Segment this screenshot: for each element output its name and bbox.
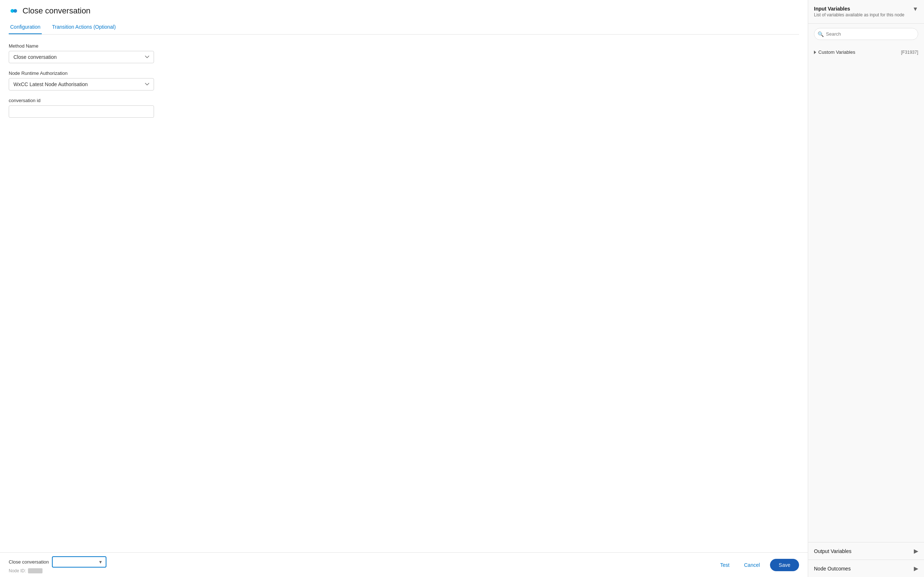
runtime-auth-label: Node Runtime Authorization [9, 71, 799, 76]
output-variables-row[interactable]: Output Variables ▶ [808, 543, 924, 560]
page-title: Close conversation [22, 6, 90, 16]
collapse-icon[interactable]: ▼ [913, 6, 918, 12]
tab-configuration[interactable]: Configuration [9, 20, 42, 34]
right-panel-header-text: Input Variables List of variables availa… [814, 6, 905, 18]
node-id-value [28, 568, 42, 573]
logo-icon [9, 6, 19, 16]
svg-point-1 [13, 9, 17, 13]
node-id-row: Node ID: [9, 568, 106, 573]
conversation-id-group: conversation id [9, 98, 799, 118]
bottom-dropdown-arrow-icon: ▼ [95, 559, 106, 565]
output-variables-label: Output Variables [814, 548, 852, 554]
method-name-group: Method Name Close conversation [9, 43, 799, 63]
app-container: Close conversation Configuration Transit… [0, 0, 924, 577]
custom-variables-id: [F31937] [901, 50, 918, 55]
tab-transition-actions[interactable]: Transition Actions (Optional) [50, 20, 117, 34]
custom-variables-row: Custom Variables [F31937] [814, 47, 918, 57]
right-panel-sections: Output Variables ▶ Node Outcomes ▶ [808, 542, 924, 577]
page-title-row: Close conversation [9, 6, 799, 16]
form-area: Method Name Close conversation Node Runt… [0, 34, 808, 552]
bottom-dropdown[interactable] [53, 557, 95, 567]
custom-variables-label: Custom Variables [818, 49, 855, 55]
node-outcomes-label: Node Outcomes [814, 566, 851, 572]
conversation-id-label: conversation id [9, 98, 799, 103]
search-input[interactable] [814, 28, 918, 40]
tabs: Configuration Transition Actions (Option… [9, 20, 799, 34]
bottom-bar-info: Close conversation ▼ Node ID: [9, 556, 106, 573]
method-name-label: Method Name [9, 43, 799, 49]
right-panel-spacer [808, 60, 924, 542]
test-button[interactable]: Test [716, 559, 734, 571]
node-outcomes-chevron-icon: ▶ [914, 565, 918, 572]
right-panel-title: Input Variables [814, 6, 905, 11]
cancel-button[interactable]: Cancel [739, 559, 764, 571]
page-header: Close conversation Configuration Transit… [0, 0, 808, 34]
right-panel-subtitle: List of variables available as input for… [814, 12, 905, 18]
search-icon: 🔍 [818, 31, 824, 37]
bottom-label: Close conversation [9, 559, 49, 565]
runtime-auth-group: Node Runtime Authorization WxCC Latest N… [9, 71, 799, 90]
custom-variables-expand[interactable]: Custom Variables [814, 49, 855, 55]
right-panel: Input Variables List of variables availa… [808, 0, 924, 577]
output-variables-chevron-icon: ▶ [914, 548, 918, 554]
right-panel-header: Input Variables List of variables availa… [808, 0, 924, 24]
node-id-label: Node ID: [9, 568, 26, 573]
method-name-select[interactable]: Close conversation [9, 51, 154, 63]
left-panel: Close conversation Configuration Transit… [0, 0, 808, 577]
main-content: Close conversation Configuration Transit… [0, 0, 924, 577]
chevron-right-icon [814, 50, 816, 54]
save-button[interactable]: Save [770, 559, 799, 571]
search-box: 🔍 [814, 28, 918, 40]
bottom-bar: Close conversation ▼ Node ID: [0, 552, 808, 577]
node-outcomes-row[interactable]: Node Outcomes ▶ [808, 560, 924, 577]
bottom-select-wrapper: ▼ [52, 556, 106, 567]
variables-section: Custom Variables [F31937] [808, 44, 924, 60]
runtime-auth-select[interactable]: WxCC Latest Node Authorisation [9, 78, 154, 90]
conversation-id-input[interactable] [9, 105, 154, 118]
